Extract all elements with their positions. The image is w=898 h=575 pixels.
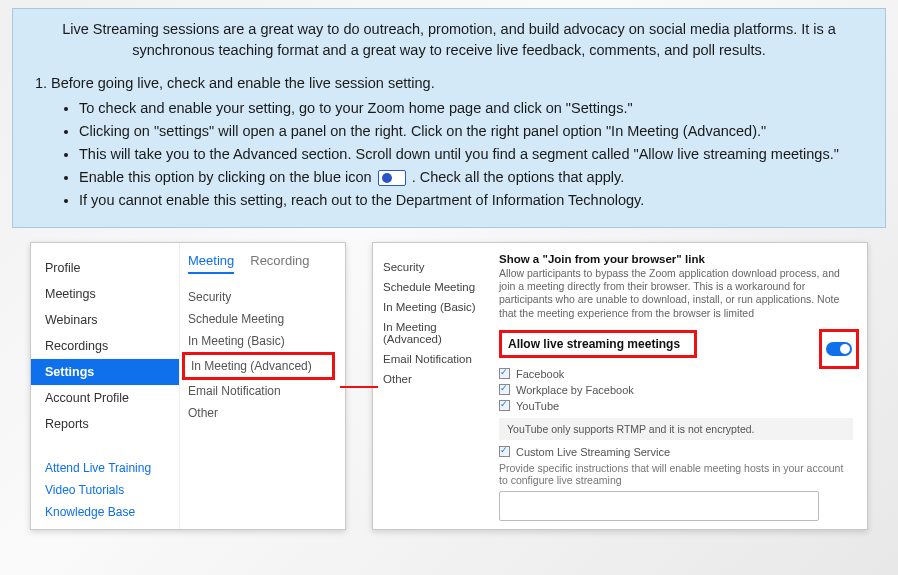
sidebar-item-meetings[interactable]: Meetings	[31, 281, 179, 307]
sidebar-item-reports[interactable]: Reports	[31, 411, 179, 437]
zoom-sidebar: Profile Meetings Webinars Recordings Set…	[31, 243, 179, 529]
settings-subpanel: Meeting Recording Security Schedule Meet…	[179, 243, 345, 529]
sublink-in-meeting-basic[interactable]: In Meeting (Basic)	[186, 330, 335, 352]
check-custom[interactable]: Custom Live Streaming Service	[499, 446, 853, 458]
checkbox-icon[interactable]	[499, 446, 510, 457]
link-video-tutorials[interactable]: Video Tutorials	[31, 479, 179, 501]
step-1: Before going live, check and enable the …	[51, 73, 869, 211]
intro-text: Live Streaming sessions are a great way …	[29, 19, 869, 61]
rnav-basic[interactable]: In Meeting (Basic)	[383, 297, 487, 317]
bullet-list: To check and enable your setting, go to …	[79, 98, 869, 211]
zoom-settings-nav-screenshot: Profile Meetings Webinars Recordings Set…	[30, 242, 346, 530]
right-nav: Security Schedule Meeting In Meeting (Ba…	[373, 243, 493, 529]
sublink-email-notification[interactable]: Email Notification	[186, 380, 335, 402]
sidebar-item-profile[interactable]: Profile	[31, 255, 179, 281]
sidebar-item-account-profile[interactable]: Account Profile	[31, 385, 179, 411]
link-attend-live-training[interactable]: Attend Live Training	[31, 457, 179, 479]
bullet-3: This will take you to the Advanced secti…	[79, 144, 869, 165]
checkbox-icon[interactable]	[499, 384, 510, 395]
link-knowledge-base[interactable]: Knowledge Base	[31, 501, 179, 523]
bullet-4: Enable this option by clicking on the bl…	[79, 167, 869, 188]
rnav-email[interactable]: Email Notification	[383, 349, 487, 369]
checkbox-icon[interactable]	[499, 368, 510, 379]
toggle-icon	[378, 170, 406, 186]
sublink-in-meeting-advanced[interactable]: In Meeting (Advanced)	[182, 352, 335, 380]
sublink-other[interactable]: Other	[186, 402, 335, 424]
checkbox-icon[interactable]	[499, 400, 510, 411]
check-youtube[interactable]: YouTube	[499, 400, 853, 412]
browser-link-desc: Allow participants to bypass the Zoom ap…	[499, 267, 853, 320]
youtube-note: YouTube only supports RTMP and it is not…	[499, 418, 853, 440]
rnav-schedule[interactable]: Schedule Meeting	[383, 277, 487, 297]
sidebar-item-webinars[interactable]: Webinars	[31, 307, 179, 333]
rnav-security[interactable]: Security	[383, 257, 487, 277]
step-list: Before going live, check and enable the …	[33, 73, 869, 211]
screenshot-panels: Profile Meetings Webinars Recordings Set…	[0, 242, 898, 530]
custom-desc: Provide specific instructions that will …	[499, 462, 853, 487]
custom-streaming-textarea[interactable]	[499, 491, 819, 521]
right-content: Show a "Join from your browser" link All…	[493, 243, 867, 529]
live-streaming-toggle[interactable]	[826, 342, 852, 356]
rnav-advanced[interactable]: In Meeting (Advanced)	[383, 317, 487, 349]
check-workplace[interactable]: Workplace by Facebook	[499, 384, 853, 396]
red-highlight-toggle	[819, 329, 859, 369]
allow-live-streaming-title: Allow live streaming meetings	[499, 330, 697, 358]
instruction-box: Live Streaming sessions are a great way …	[12, 8, 886, 228]
tab-recording[interactable]: Recording	[250, 253, 309, 274]
browser-link-title: Show a "Join from your browser" link	[499, 253, 853, 265]
check-facebook[interactable]: Facebook	[499, 368, 853, 380]
sidebar-item-recordings[interactable]: Recordings	[31, 333, 179, 359]
bullet-2: Clicking on "settings" will open a panel…	[79, 121, 869, 142]
bullet-1: To check and enable your setting, go to …	[79, 98, 869, 119]
bullet-5: If you cannot enable this setting, reach…	[79, 190, 869, 211]
zoom-advanced-settings-screenshot: Security Schedule Meeting In Meeting (Ba…	[372, 242, 868, 530]
rnav-other[interactable]: Other	[383, 369, 487, 389]
settings-tabs: Meeting Recording	[186, 253, 335, 274]
tab-meeting[interactable]: Meeting	[188, 253, 234, 274]
red-connector-line	[340, 386, 378, 388]
sublink-schedule-meeting[interactable]: Schedule Meeting	[186, 308, 335, 330]
sidebar-item-settings[interactable]: Settings	[31, 359, 179, 385]
sublink-security[interactable]: Security	[186, 286, 335, 308]
